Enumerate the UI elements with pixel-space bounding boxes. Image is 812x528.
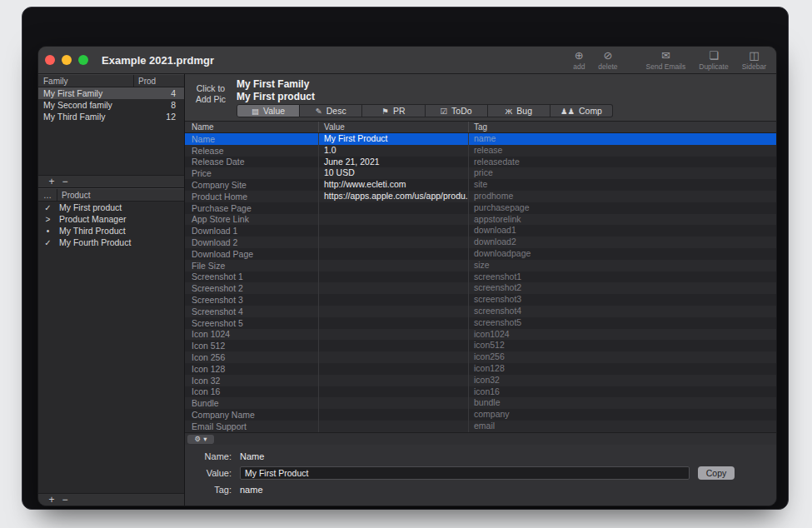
table-row[interactable]: Icon 16 icon16: [185, 386, 776, 398]
table-row[interactable]: Icon 256 icon256: [185, 351, 776, 363]
family-column-header[interactable]: Family: [38, 75, 134, 87]
tab-pr[interactable]: ⚑ PR: [362, 104, 425, 117]
product-row[interactable]: ✓ My First product: [38, 202, 184, 213]
toolbar-button-label: Duplicate: [699, 62, 728, 71]
table-row[interactable]: Product Home https://apps.apple.com/us/a…: [185, 191, 776, 202]
table-row[interactable]: Price 10 USD price: [185, 167, 776, 179]
row-name: Download Page: [185, 249, 318, 259]
tab-desc[interactable]: ✎ Desc: [300, 104, 362, 117]
tag-column-header[interactable]: Tag: [468, 122, 776, 132]
table-row[interactable]: Name My First Product name: [185, 133, 776, 145]
tab-todo[interactable]: ☑ ToDo: [426, 104, 488, 117]
section-tabs: ▤ Value ✎ Desc ⚑ PR ☑ ToDo Ж Bug ♟♟ Comp: [237, 104, 613, 117]
row-tag: icon1024: [468, 329, 776, 341]
checklist-icon: ☑: [441, 107, 448, 116]
value-column-header[interactable]: Value: [318, 122, 468, 132]
zoom-window-button[interactable]: [78, 55, 88, 65]
row-tag: site: [468, 179, 776, 191]
row-name: Icon 32: [185, 376, 318, 386]
family-pane: Family Prod My First Family 4 My Second …: [38, 74, 184, 188]
table-row[interactable]: Download 1 download1: [185, 225, 776, 237]
row-name: Icon 512: [185, 341, 318, 351]
family-row[interactable]: My First Family 4: [38, 87, 184, 99]
main-header: Click to Add Pic My First Family My Firs…: [185, 74, 776, 122]
toolbar-sidebar-button[interactable]: ◫ Sidebar: [742, 49, 766, 71]
table-row[interactable]: Icon 128 icon128: [185, 363, 776, 375]
table-row[interactable]: Company Site http://www.ecleti.com site: [185, 179, 776, 191]
arrow-right-icon: >: [38, 215, 57, 224]
table-row[interactable]: Screenshot 5 screenshot5: [185, 317, 776, 329]
remove-product-button[interactable]: −: [58, 495, 72, 506]
close-window-button[interactable]: [45, 55, 55, 65]
table-row[interactable]: Download Page downloadpage: [185, 248, 776, 260]
window-title: Example 2021.prdmgr: [102, 54, 214, 67]
product-row[interactable]: ✓ My Fourth Product: [38, 237, 184, 248]
toolbar-add-button[interactable]: ⊕ add: [573, 49, 585, 71]
row-tag: size: [468, 260, 776, 271]
row-name: Release Date: [185, 157, 318, 167]
row-name: Download 1: [185, 226, 318, 236]
toolbar-send-emails-button[interactable]: ✉ Send Emails: [646, 49, 686, 71]
minimize-window-button[interactable]: [62, 55, 72, 65]
table-row[interactable]: File Size size: [185, 260, 776, 271]
table-row[interactable]: Icon 1024 icon1024: [185, 329, 776, 341]
row-tag: name: [468, 133, 776, 145]
people-icon: ♟♟: [560, 107, 575, 116]
product-name: My First product: [57, 202, 184, 212]
row-name: Icon 16: [185, 386, 318, 396]
product-row[interactable]: > Product Manager: [38, 213, 184, 225]
table-row[interactable]: Icon 32 icon32: [185, 375, 776, 386]
tab-value[interactable]: ▤ Value: [237, 104, 300, 117]
table-row[interactable]: Company Name company: [185, 409, 776, 421]
check-icon: ✓: [38, 238, 57, 247]
mark-column-header[interactable]: …: [38, 189, 57, 201]
copy-button[interactable]: Copy: [698, 466, 735, 480]
family-name: My Second family: [38, 100, 134, 110]
table-row[interactable]: Release Date June 21, 2021 releasedate: [185, 157, 776, 168]
table-row[interactable]: Email Support email: [185, 421, 776, 432]
selected-product-title: My First product: [237, 91, 315, 102]
row-name: Screenshot 2: [185, 283, 318, 293]
add-family-button[interactable]: +: [45, 177, 58, 187]
table-row[interactable]: Screenshot 1 screenshot1: [185, 271, 776, 283]
table-row[interactable]: App Store Link appstorelink: [185, 214, 776, 226]
tab-comp[interactable]: ♟♟ Comp: [550, 104, 613, 117]
family-row[interactable]: My Third Family 12: [38, 111, 184, 122]
product-row[interactable]: • My Third Product: [38, 225, 184, 237]
family-row[interactable]: My Second family 8: [38, 99, 184, 111]
toolbar-delete-button[interactable]: ⊘ delete: [598, 49, 617, 71]
tab-bug[interactable]: Ж Bug: [488, 104, 550, 117]
table-row[interactable]: Release 1.0 release: [185, 145, 776, 157]
tab-label: Comp: [579, 106, 602, 116]
detail-tag-value: name: [240, 485, 263, 495]
row-value: [318, 237, 468, 248]
value-input[interactable]: [240, 466, 690, 480]
row-value: June 21, 2021: [318, 157, 468, 168]
duplicate-pages-icon: ❏: [709, 49, 719, 62]
family-list: My First Family 4 My Second family 8 My …: [38, 87, 184, 122]
chevron-down-icon: ▾: [203, 435, 207, 443]
toolbar-duplicate-button[interactable]: ❏ Duplicate: [699, 49, 728, 71]
row-value: [318, 306, 468, 317]
add-picture-well[interactable]: Click to Add Pic: [188, 83, 233, 105]
remove-family-button[interactable]: −: [58, 177, 72, 187]
table-row[interactable]: Screenshot 4 screenshot4: [185, 306, 776, 317]
table-row[interactable]: Icon 512 icon512: [185, 340, 776, 351]
action-menu-button[interactable]: ⚙ ▾: [187, 435, 214, 444]
main-panel: Click to Add Pic My First Family My Firs…: [185, 74, 776, 506]
table-row[interactable]: Download 2 download2: [185, 237, 776, 248]
table-row[interactable]: Purchase Page purchasepage: [185, 202, 776, 214]
table-row[interactable]: Screenshot 3 screenshot3: [185, 294, 776, 306]
product-list: ✓ My First product > Product Manager • M…: [38, 202, 184, 248]
name-column-header[interactable]: Name: [185, 122, 318, 132]
row-tag: icon512: [468, 340, 776, 351]
check-icon: ✓: [38, 203, 57, 212]
add-product-button[interactable]: +: [45, 495, 58, 506]
prod-column-header[interactable]: Prod: [134, 75, 184, 87]
table-row[interactable]: Screenshot 2 screenshot2: [185, 282, 776, 294]
product-column-header[interactable]: Product: [57, 189, 184, 202]
tab-label: Bug: [516, 106, 532, 116]
row-name: Screenshot 1: [185, 271, 318, 281]
tab-label: Desc: [326, 106, 346, 116]
table-row[interactable]: Bundle bundle: [185, 397, 776, 409]
